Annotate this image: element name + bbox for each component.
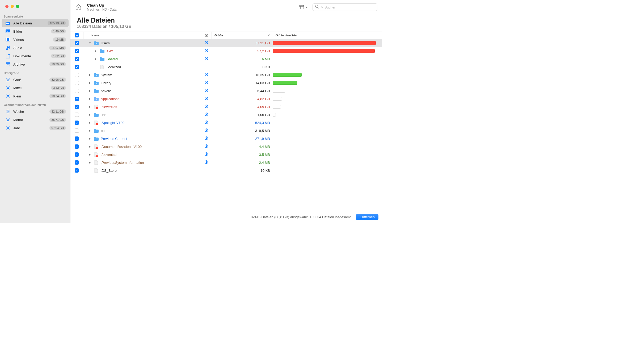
sidebar-item-alle-dateien[interactable]: Alle Dateien105,13 GB	[2, 19, 69, 27]
sidebar-item-audio[interactable]: Audio162,7 MB	[2, 44, 69, 52]
svg-point-16	[7, 87, 9, 89]
disclosure-triangle[interactable]	[88, 161, 92, 164]
column-size[interactable]: Größe	[212, 32, 273, 39]
row-checkbox[interactable]	[75, 49, 79, 53]
disclosure-triangle[interactable]	[88, 42, 92, 44]
disclosure-triangle[interactable]	[94, 58, 98, 60]
svg-marker-72	[89, 146, 91, 148]
sidebar-item-jahr[interactable]: Jahr97,94 GB	[2, 124, 69, 132]
table-row[interactable]: Previous Content271,9 MB	[70, 135, 382, 143]
sidebar-item-groß[interactable]: Groß82,96 GB	[2, 76, 69, 84]
disclosure-triangle[interactable]	[88, 153, 92, 156]
file-name: Users	[101, 41, 110, 45]
target-icon[interactable]	[204, 128, 208, 133]
table-row[interactable]: .localized0 KB	[70, 63, 382, 71]
target-icon[interactable]	[204, 96, 208, 101]
row-checkbox[interactable]	[75, 136, 79, 141]
row-checkbox[interactable]	[75, 65, 79, 69]
target-icon[interactable]	[204, 120, 208, 125]
table-row[interactable]: boot319,5 MB	[70, 127, 382, 135]
sidebar-item-videos[interactable]: Videos19 MB	[2, 36, 69, 44]
target-icon[interactable]	[204, 49, 208, 54]
column-viz[interactable]: Größe visualisiert	[273, 32, 379, 39]
header-checkbox[interactable]	[70, 32, 83, 39]
table-row[interactable]: Shared6 MB	[70, 55, 382, 63]
minimize-window-button[interactable]	[11, 5, 14, 8]
target-icon[interactable]	[204, 57, 208, 62]
table-row[interactable]: System16,35 GB	[70, 71, 382, 79]
column-name[interactable]: Name	[83, 32, 201, 39]
row-checkbox[interactable]	[75, 144, 79, 149]
disclosure-triangle[interactable]	[88, 145, 92, 148]
remove-button[interactable]: Entfernen	[356, 214, 378, 220]
table-row[interactable]: Library14,03 GB	[70, 79, 382, 87]
sidebar-item-dokumente[interactable]: Dokumente1,32 GB	[2, 52, 69, 60]
sidebar-item-woche[interactable]: Woche32,11 GB	[2, 108, 69, 115]
target-icon[interactable]	[204, 41, 208, 46]
table-row[interactable]: .PreviousSystemInformation2,4 MB	[70, 159, 382, 166]
sidebar-item-monat[interactable]: Monat35,71 GB	[2, 116, 69, 124]
sidebar-item-badge: 32,11 GB	[49, 109, 66, 114]
target-icon[interactable]	[204, 88, 208, 93]
disclosure-triangle[interactable]	[88, 82, 92, 84]
table-row[interactable]: .DocumentRevisions-V1004,4 MB	[70, 143, 382, 151]
target-icon[interactable]	[204, 136, 208, 141]
target-icon[interactable]	[204, 72, 208, 78]
row-checkbox[interactable]	[75, 81, 79, 85]
folder-icon	[94, 88, 99, 93]
size-bar	[273, 73, 379, 77]
table-row[interactable]: .fseventsd3,5 MB	[70, 151, 382, 159]
disclosure-triangle[interactable]	[88, 114, 92, 116]
row-checkbox[interactable]	[75, 73, 79, 77]
close-window-button[interactable]	[5, 5, 9, 8]
row-checkbox[interactable]	[75, 160, 79, 165]
zoom-window-button[interactable]	[16, 5, 19, 8]
row-checkbox[interactable]	[75, 105, 79, 109]
table-row[interactable]: Users57,21 GB	[70, 39, 382, 47]
search-input[interactable]	[324, 5, 375, 9]
svg-rect-13	[6, 62, 10, 63]
row-checkbox[interactable]	[75, 113, 79, 117]
row-checkbox[interactable]	[75, 121, 79, 125]
target-icon[interactable]	[204, 160, 208, 165]
target-icon[interactable]	[204, 112, 208, 117]
view-mode-button[interactable]	[299, 5, 308, 9]
disclosure-triangle[interactable]	[88, 122, 92, 124]
sidebar-item-mittel[interactable]: Mittel3,43 GB	[2, 84, 69, 92]
sidebar-item-badge: 3,43 GB	[51, 86, 66, 90]
disclosure-triangle[interactable]	[88, 106, 92, 108]
row-checkbox[interactable]	[75, 41, 79, 45]
svg-marker-61	[89, 122, 91, 124]
select-all-checkbox[interactable]	[75, 33, 79, 37]
row-checkbox[interactable]	[75, 97, 79, 101]
home-icon[interactable]	[75, 4, 82, 11]
table-row[interactable]: alex57,2 GB	[70, 47, 382, 55]
search-box[interactable]	[313, 3, 377, 11]
target-icon[interactable]	[204, 104, 208, 109]
disclosure-triangle[interactable]	[94, 50, 98, 52]
target-icon[interactable]	[204, 144, 208, 149]
sidebar-item-klein[interactable]: Klein18,74 GB	[2, 92, 69, 100]
table-row[interactable]: .cleverfiles4,09 GB	[70, 103, 382, 111]
row-checkbox[interactable]	[75, 129, 79, 133]
table-row[interactable]: .Spotlight-V100524,3 MB	[70, 119, 382, 127]
sidebar-item-bilder[interactable]: Bilder1,49 GB	[2, 27, 69, 35]
target-icon[interactable]	[204, 152, 208, 157]
disclosure-triangle[interactable]	[88, 138, 92, 140]
row-checkbox[interactable]	[75, 89, 79, 93]
disclosure-triangle[interactable]	[88, 130, 92, 132]
disclosure-triangle[interactable]	[88, 90, 92, 92]
disclosure-triangle[interactable]	[88, 98, 92, 100]
target-icon[interactable]	[204, 80, 208, 85]
table-row[interactable]: AApplications4,82 GB	[70, 95, 382, 103]
table-row[interactable]: private6,44 GB	[70, 87, 382, 95]
row-checkbox[interactable]	[75, 57, 79, 61]
disclosure-triangle[interactable]	[88, 74, 92, 76]
table-row[interactable]: .DS_Store10 KB	[70, 166, 382, 174]
sidebar-item-archive[interactable]: Archive10,39 GB	[2, 60, 69, 68]
row-checkbox[interactable]	[75, 168, 79, 173]
row-checkbox[interactable]	[75, 152, 79, 157]
column-target[interactable]	[201, 32, 212, 39]
table-row[interactable]: usr1,06 GB	[70, 111, 382, 119]
page-subtitle: 168334 Dateien / 105,13 GB	[77, 24, 376, 29]
